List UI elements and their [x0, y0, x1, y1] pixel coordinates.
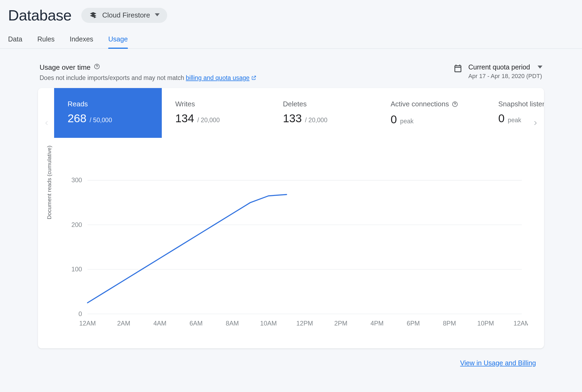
usage-subtitle: Does not include imports/exports and may… [40, 74, 257, 82]
usage-card: Reads268/ 50,000Writes134/ 20,000Deletes… [38, 88, 544, 348]
svg-text:10AM: 10AM [260, 320, 277, 327]
svg-text:6PM: 6PM [407, 320, 420, 327]
svg-text:300: 300 [71, 177, 82, 184]
billing-quota-link[interactable]: billing and quota usage [186, 74, 250, 81]
metric-value: 268 [68, 112, 86, 125]
metric-label: Writes [175, 100, 256, 108]
metric-value: 0 [391, 113, 397, 126]
page-title: Database [8, 6, 72, 24]
help-icon[interactable] [452, 101, 458, 109]
metric-label: Deletes [283, 100, 364, 108]
svg-text:0: 0 [79, 310, 82, 317]
database-selector-label: Cloud Firestore [102, 11, 150, 19]
metric-label: Snapshot listeners [498, 100, 544, 108]
tab-usage[interactable]: Usage [108, 35, 128, 48]
metric-limit: / 50,000 [90, 117, 112, 124]
svg-text:8PM: 8PM [443, 320, 456, 327]
svg-text:4AM: 4AM [153, 320, 167, 327]
period-picker[interactable]: Current quota period Apr 17 - Apr 18, 20… [453, 63, 542, 80]
metric-label: Reads [68, 100, 148, 108]
firestore-icon [89, 11, 97, 20]
metric-tile-reads[interactable]: Reads268/ 50,000 [54, 88, 162, 138]
tab-data[interactable]: Data [8, 35, 22, 48]
usage-title: Usage over time [40, 63, 90, 72]
scroll-right-button[interactable] [530, 118, 541, 128]
svg-text:200: 200 [71, 221, 82, 228]
svg-text:12PM: 12PM [296, 320, 313, 327]
metric-tile-writes[interactable]: Writes134/ 20,000 [162, 88, 269, 138]
metric-value: 0 [498, 112, 504, 125]
svg-point-3 [455, 105, 455, 106]
metric-tile-deletes[interactable]: Deletes133/ 20,000 [269, 88, 377, 138]
external-link-icon [250, 74, 257, 81]
metric-value: 133 [283, 112, 302, 125]
metric-label: Active connections [391, 100, 471, 109]
y-axis-label: Document reads (cumulative) [46, 146, 52, 219]
svg-text:100: 100 [71, 266, 82, 273]
svg-text:12AM: 12AM [79, 320, 96, 327]
svg-text:4PM: 4PM [370, 320, 384, 327]
help-icon[interactable] [94, 63, 100, 72]
tab-rules[interactable]: Rules [37, 35, 55, 48]
svg-text:2PM: 2PM [334, 320, 348, 327]
period-label: Current quota period [468, 63, 530, 71]
view-usage-billing-link[interactable]: View in Usage and Billing [460, 359, 536, 367]
tabs: DataRulesIndexesUsage [0, 24, 582, 49]
database-selector[interactable]: Cloud Firestore [81, 8, 167, 23]
period-range: Apr 17 - Apr 18, 2020 (PDT) [468, 73, 542, 80]
svg-text:10PM: 10PM [477, 320, 494, 327]
metric-tile-active-connections[interactable]: Active connections0peak [377, 88, 485, 138]
caret-down-icon [538, 63, 542, 71]
tab-indexes[interactable]: Indexes [70, 35, 93, 48]
caret-down-icon [155, 12, 160, 18]
metric-value: 134 [175, 112, 194, 125]
svg-text:12AM: 12AM [513, 320, 528, 327]
svg-text:8AM: 8AM [226, 320, 239, 327]
metric-limit: peak [400, 118, 413, 125]
reads-chart: 010020030012AM2AM4AM6AM8AM10AM12PM2PM4PM… [54, 174, 528, 332]
metric-limit: / 20,000 [197, 117, 220, 124]
svg-text:6AM: 6AM [190, 320, 203, 327]
scroll-left-button[interactable] [41, 118, 52, 128]
metric-limit: / 20,000 [305, 117, 327, 124]
svg-point-1 [97, 68, 97, 68]
metric-limit: peak [508, 117, 521, 124]
svg-text:2AM: 2AM [117, 320, 130, 327]
calendar-icon [453, 63, 462, 74]
metric-tile-snapshot-listeners[interactable]: Snapshot listeners0peak [485, 88, 544, 138]
